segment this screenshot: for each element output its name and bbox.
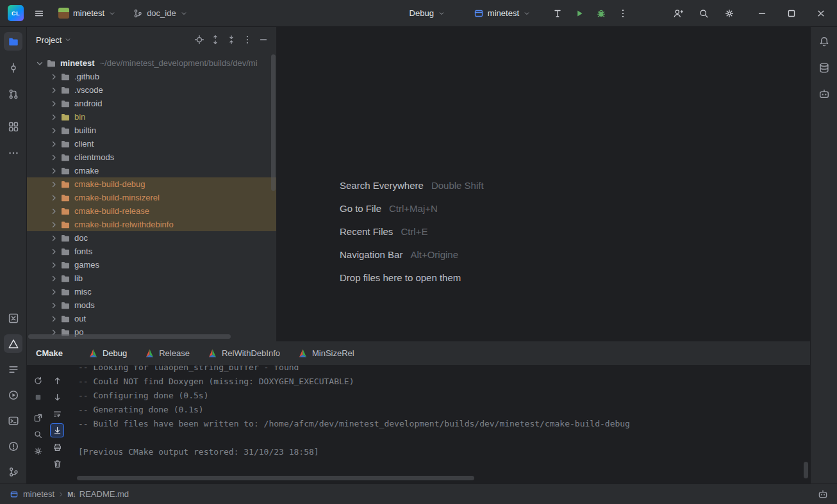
tree-item-.vscode[interactable]: .vscode xyxy=(27,83,276,97)
console-line: -- Could NOT find Doxygen (missing: DOXY… xyxy=(78,375,810,389)
console-reload-cmake-button[interactable] xyxy=(31,373,45,387)
ai-assistant-button[interactable] xyxy=(815,85,833,103)
cmake-tool-button[interactable] xyxy=(4,334,22,353)
code-with-me-button[interactable] xyxy=(669,4,687,22)
tree-root-minetest[interactable]: minetest~/dev/minetest_development/build… xyxy=(27,56,276,70)
project-folder-button[interactable] xyxy=(4,32,22,51)
database-button[interactable] xyxy=(815,58,833,77)
terminal-button[interactable] xyxy=(4,411,22,430)
console-print-button[interactable] xyxy=(50,440,64,454)
tree-item-client[interactable]: client xyxy=(27,137,276,150)
commit-button[interactable] xyxy=(4,58,22,77)
breadcrumb-project-label: minetest xyxy=(23,489,54,499)
git-button[interactable] xyxy=(4,462,22,481)
chevron-right-icon xyxy=(49,179,59,190)
project-horizontal-scrollbar[interactable] xyxy=(28,334,231,339)
debug-button[interactable] xyxy=(592,4,610,22)
tree-item-games[interactable]: games xyxy=(27,258,276,272)
notifications-bell-button[interactable] xyxy=(815,32,833,51)
chevron-right-icon xyxy=(49,233,59,243)
main-menu-button[interactable] xyxy=(30,4,48,22)
console-find-button[interactable] xyxy=(31,427,45,441)
hide-button[interactable] xyxy=(258,35,269,45)
cmake-tab-minsizerel[interactable]: MinSizeRel xyxy=(289,341,363,365)
tree-item-lib[interactable]: lib xyxy=(27,272,276,285)
chevron-down-icon xyxy=(523,10,531,17)
cmake-tab-release[interactable]: Release xyxy=(136,341,199,365)
cmake-tab-label: Debug xyxy=(103,348,127,358)
editor-area[interactable]: Search EverywhereDouble ShiftGo to FileC… xyxy=(278,27,810,341)
tree-item-cmake-build-release[interactable]: cmake-build-release xyxy=(27,204,276,218)
tree-item-mods[interactable]: mods xyxy=(27,298,276,312)
cmake-console[interactable]: -- Looking for luaopen_string_buffer - f… xyxy=(68,366,810,484)
project-vertical-scrollbar[interactable] xyxy=(271,54,276,191)
console-scroll-to-end-button[interactable] xyxy=(50,423,64,437)
locate-button[interactable] xyxy=(194,35,204,45)
run-configuration-selector[interactable]: minetest xyxy=(468,6,536,21)
soft-wrap-icon xyxy=(53,409,62,419)
project-widget[interactable]: minetest xyxy=(53,5,121,21)
tree-item-clientmods[interactable]: clientmods xyxy=(27,150,276,164)
console-clear-button[interactable] xyxy=(50,457,64,471)
chevron-right-icon xyxy=(57,491,65,498)
more-actions-button[interactable] xyxy=(614,4,632,22)
console-arrow-up-button[interactable] xyxy=(50,373,64,387)
tree-item-doc[interactable]: doc xyxy=(27,231,276,245)
tree-item-out[interactable]: out xyxy=(27,312,276,325)
run-window-button[interactable] xyxy=(4,386,22,404)
cmake-profile-selector[interactable]: Debug xyxy=(404,6,451,20)
console-stop-button[interactable] xyxy=(31,390,45,404)
tree-item-.github[interactable]: .github xyxy=(27,70,276,83)
project-panel-title[interactable]: Project xyxy=(36,35,72,45)
tree-item-cmake-build-minsizerel[interactable]: cmake-build-minsizerel xyxy=(27,191,276,204)
shortcut-keys: Double Shift xyxy=(431,180,484,191)
ai-status-icon[interactable] xyxy=(818,489,828,500)
more-button[interactable] xyxy=(4,143,22,162)
structure-button[interactable] xyxy=(4,117,22,136)
breadcrumb-file[interactable]: M↓ README.md xyxy=(67,489,129,499)
settings-button[interactable] xyxy=(720,4,738,22)
console-open-file-button[interactable] xyxy=(31,411,45,425)
search-everywhere-button[interactable] xyxy=(695,4,713,22)
pull-request-button[interactable] xyxy=(4,85,22,103)
cmake-tab-debug[interactable]: Debug xyxy=(79,341,136,365)
cmake-tool-window: CMake DebugReleaseRelWithDebInfoMinSizeR… xyxy=(27,341,810,484)
console-soft-wrap-button[interactable] xyxy=(50,407,64,421)
problems-button[interactable] xyxy=(4,437,22,455)
editor-shortcut-row: Search EverywhereDouble Shift xyxy=(340,174,484,197)
minimize-button[interactable] xyxy=(752,4,772,23)
ai-assistant-icon xyxy=(818,88,830,100)
tree-item-bin[interactable]: bin xyxy=(27,110,276,124)
tree-item-misc[interactable]: misc xyxy=(27,285,276,298)
more-vertical-button[interactable] xyxy=(242,35,253,45)
maximize-button[interactable] xyxy=(782,4,801,23)
collapse-all-button[interactable] xyxy=(226,35,236,45)
console-gear-button[interactable] xyxy=(31,444,45,458)
tree-item-android[interactable]: android xyxy=(27,97,276,110)
vcs-branch-widget[interactable]: doc_ide xyxy=(128,6,193,21)
project-tree: minetest~/dev/minetest_development/build… xyxy=(27,53,276,339)
folder-icon xyxy=(60,72,70,82)
tree-item-cmake-build-debug[interactable]: cmake-build-debug xyxy=(27,177,276,191)
console-arrow-down-button[interactable] xyxy=(50,390,64,404)
tree-item-builtin[interactable]: builtin xyxy=(27,124,276,137)
chevron-right-icon xyxy=(49,260,59,270)
tree-item-label: builtin xyxy=(74,126,96,135)
problems-icon xyxy=(8,441,19,452)
console-vertical-scrollbar[interactable] xyxy=(804,462,808,478)
tree-item-fonts[interactable]: fonts xyxy=(27,245,276,258)
build-button[interactable] xyxy=(549,4,567,22)
scroll-to-end-icon xyxy=(53,426,62,435)
close-button[interactable] xyxy=(811,4,831,23)
expand-all-button[interactable] xyxy=(210,35,220,45)
todo-button[interactable] xyxy=(4,360,22,378)
tree-item-cmake-build-relwithdebinfo[interactable]: cmake-build-relwithdebinfo xyxy=(27,218,276,231)
breadcrumb-project[interactable]: minetest xyxy=(9,489,54,500)
run-button[interactable] xyxy=(570,4,588,22)
tree-item-cmake[interactable]: cmake xyxy=(27,164,276,177)
chevron-down-icon xyxy=(438,10,445,17)
tree-item-label: .github xyxy=(74,72,99,81)
table-x-button[interactable] xyxy=(4,309,22,327)
cmake-tab-relwithdebinfo[interactable]: RelWithDebInfo xyxy=(199,341,289,365)
console-horizontal-scrollbar[interactable] xyxy=(77,476,474,480)
